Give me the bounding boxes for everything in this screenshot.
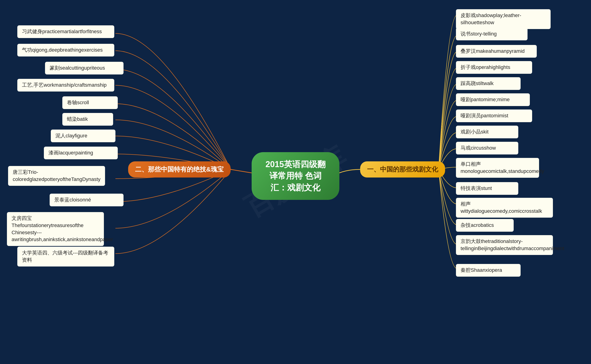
right-branch-node: 一、中国的那些戏剧文化 [360, 161, 445, 177]
right-leaf-r15: 秦腔Shaanxiopera [456, 264, 521, 277]
right-leaf-r14: 京韵大鼓thetraditionalstory-tellinginBeijing… [456, 235, 553, 255]
left-leaf-l10: 景泰蓝cloisonné [50, 194, 123, 206]
left-leaf-l7: 泥人clayfigure [51, 130, 115, 142]
left-leaf-l6: 蜡染batik [62, 113, 113, 126]
left-leaf-l1: 习武健身practicemartialartforfitness [17, 25, 114, 38]
right-leaf-r4: 折子戏operahighlights [456, 61, 532, 74]
right-leaf-r5: 踩高跷stiltwalk [456, 77, 521, 90]
right-leaf-r13: 杂技acrobatics [456, 219, 514, 232]
right-leaf-r9: 马戏circusshow [456, 142, 518, 155]
right-branch-label: 一、中国的那些戏剧文化 [367, 166, 438, 173]
right-leaf-r12: 相声wittydialoguecomedy,comiccrosstalk [456, 198, 553, 218]
left-leaf-l12: 大学英语四、六级考试---四级翻译备考资料 [17, 247, 114, 266]
left-leaf-l5: 卷轴scroll [62, 96, 118, 109]
center-node: 2015英语四级翻译常用特 色词汇：戏剧文化 [252, 152, 339, 200]
left-leaf-l8: 漆画lacquerpainting [44, 147, 118, 159]
center-label: 2015英语四级翻译常用特 色词汇：戏剧文化 [265, 160, 326, 192]
right-leaf-r2: 说书story-telling [456, 28, 528, 40]
left-leaf-l11: 文房四宝Thefourstationerytreasuresofthe Chin… [7, 212, 104, 246]
left-branch-node: 二、那些中国特有的绝技&瑰宝 [128, 161, 231, 177]
right-leaf-r10: 单口相声monologuecomictalk,standupcomedy [456, 158, 539, 178]
left-leaf-l2: 气功qigong,deepbreathingexercises [17, 44, 114, 57]
right-leaf-r1: 皮影戏shadowplay;leather-silhouetteshow [456, 9, 551, 29]
left-leaf-l4: 工艺,手艺workmanship/craftsmanship [17, 79, 114, 91]
right-leaf-r7: 哑剧演员pantomimist [456, 110, 532, 122]
right-leaf-r8: 戏剧小品skit [456, 126, 518, 138]
left-leaf-l9: 唐三彩Trio-coloredglazedpotteryoftheTangDyn… [8, 166, 105, 186]
left-branch-label: 二、那些中国特有的绝技&瑰宝 [135, 166, 224, 173]
left-leaf-l3: 篆刻sealcuttingupriteous [45, 62, 123, 74]
right-leaf-r3: 叠罗汉makeahumanpyramid [456, 45, 537, 58]
right-leaf-r6: 哑剧pantomime;mime [456, 93, 530, 106]
right-leaf-r11: 特技表演stunt [456, 182, 518, 195]
